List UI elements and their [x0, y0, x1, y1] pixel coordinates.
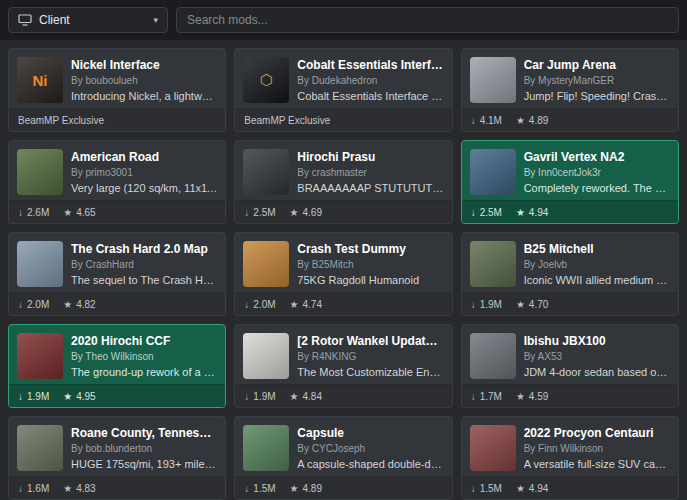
- mod-card-rk-engines[interactable]: [2 Rotor Wankel Update!] RK's Highly Cu……: [234, 324, 452, 408]
- mod-author: By Dudekahedron: [297, 75, 443, 86]
- mod-description: The Most Customizable Engines on the…: [297, 366, 443, 378]
- mod-card-american-road[interactable]: American Road By primo3001 Very large (1…: [8, 140, 226, 224]
- mod-author: By MysteryManGER: [524, 75, 670, 86]
- downloads-count: 2.5M: [480, 207, 502, 218]
- star-icon: ★: [516, 483, 525, 494]
- mod-title: Hirochi Prasu: [297, 150, 443, 164]
- card-footer: ↓4.1M ★4.89: [462, 108, 678, 131]
- search-input[interactable]: [176, 7, 679, 33]
- mod-thumbnail: [17, 333, 63, 379]
- rating-stat: ★4.95: [63, 391, 95, 402]
- mod-card-crash-test-dummy[interactable]: Crash Test Dummy By B25Mitch 75KG Ragdol…: [234, 232, 452, 316]
- mod-title: Nickel Interface: [71, 58, 217, 72]
- mod-title: Gavril Vertex NA2: [524, 150, 670, 164]
- downloads-count: 1.9M: [27, 391, 49, 402]
- downloads-stat: ↓2.0M: [18, 299, 49, 310]
- mod-card-car-jump-arena[interactable]: Car Jump Arena By MysteryManGER Jump! Fl…: [461, 48, 679, 132]
- mod-title: Ibishu JBX100: [524, 334, 670, 348]
- mod-author: By AX53: [524, 351, 670, 362]
- downloads-count: 2.5M: [253, 207, 275, 218]
- card-footer: ↓1.5M ★4.89: [235, 476, 451, 499]
- downloads-count: 2.6M: [27, 207, 49, 218]
- downloads-stat: ↓1.7M: [471, 391, 502, 402]
- mod-title: Cobalt Essentials Interface: [297, 58, 443, 72]
- mod-card-gavril-vertex[interactable]: Gavril Vertex NA2 By Inn0centJok3r Compl…: [461, 140, 679, 224]
- mod-description: BRAAAAAAAP STUTUTUTUTUTU: [297, 182, 443, 194]
- mod-description: The ground-up rework of a small roadste…: [71, 366, 217, 378]
- mod-title: 2020 Hirochi CCF: [71, 334, 217, 348]
- mod-description: Iconic WWII allied medium bomber: [524, 274, 670, 286]
- card-info: Hirochi Prasu By crashmaster BRAAAAAAAP …: [297, 149, 443, 192]
- rating-value: 4.95: [76, 391, 95, 402]
- mod-author: By Finn Wilkinson: [524, 443, 670, 454]
- card-footer: BeamMP Exclusive ↓ ★: [9, 108, 225, 131]
- rating-stat: ★4.65: [63, 207, 95, 218]
- mod-title: Crash Test Dummy: [297, 242, 443, 256]
- card-main: Capsule By CYCJoseph A capsule-shaped do…: [235, 417, 451, 476]
- rating-value: 4.89: [303, 483, 322, 494]
- mod-card-nickel-interface[interactable]: Ni Nickel Interface By bouboulueh Introd…: [8, 48, 226, 132]
- download-icon: ↓: [18, 391, 23, 402]
- card-main: 2020 Hirochi CCF By Theo Wilkinson The g…: [9, 325, 225, 384]
- mod-description: A capsule-shaped double-decker (and…: [297, 458, 443, 470]
- card-info: Ibishu JBX100 By AX53 JDM 4-door sedan b…: [524, 333, 670, 376]
- star-icon: ★: [290, 391, 299, 402]
- downloads-stat: ↓2.0M: [244, 299, 275, 310]
- card-info: Nickel Interface By bouboulueh Introduci…: [71, 57, 217, 100]
- downloads-count: 1.5M: [480, 483, 502, 494]
- mod-card-b25-mitchell[interactable]: B25 Mitchell By Joelvb Iconic WWII allie…: [461, 232, 679, 316]
- rating-stat: ★4.89: [516, 115, 548, 126]
- mod-description: Jump! Flip! Speeding! Crashing cars!: [524, 90, 670, 102]
- mod-card-crash-hard-map[interactable]: The Crash Hard 2.0 Map By CrashHard The …: [8, 232, 226, 316]
- mod-card-cobalt-essentials[interactable]: ⬡ Cobalt Essentials Interface By Dudekah…: [234, 48, 452, 132]
- mod-card-procyon-centauri[interactable]: 2022 Procyon Centauri By Finn Wilkinson …: [461, 416, 679, 500]
- mod-description: Very large (120 sq/km, 11x11 km) map,…: [71, 182, 217, 194]
- mod-description: 75KG Ragdoll Humanoid: [297, 274, 443, 286]
- card-main: The Crash Hard 2.0 Map By CrashHard The …: [9, 233, 225, 292]
- card-footer: ↓2.0M ★4.82: [9, 292, 225, 315]
- card-main: B25 Mitchell By Joelvb Iconic WWII allie…: [462, 233, 678, 292]
- filter-dropdown[interactable]: Client ▾: [8, 7, 168, 33]
- mod-description: JDM 4-door sedan based on 200BX, Toyo…: [524, 366, 670, 378]
- downloads-stat: ↓1.9M: [244, 391, 275, 402]
- card-info: Cobalt Essentials Interface By Dudekahed…: [297, 57, 443, 100]
- rating-value: 4.65: [76, 207, 95, 218]
- downloads-stat: ↓2.5M: [471, 207, 502, 218]
- download-icon: ↓: [244, 299, 249, 310]
- downloads-stat: ↓1.9M: [18, 391, 49, 402]
- card-main: Ni Nickel Interface By bouboulueh Introd…: [9, 49, 225, 108]
- card-info: B25 Mitchell By Joelvb Iconic WWII allie…: [524, 241, 670, 284]
- rating-stat: ★4.94: [516, 483, 548, 494]
- card-footer: ↓1.7M ★4.59: [462, 384, 678, 407]
- mod-card-hirochi-ccf[interactable]: 2020 Hirochi CCF By Theo Wilkinson The g…: [8, 324, 226, 408]
- card-info: Car Jump Arena By MysteryManGER Jump! Fl…: [524, 57, 670, 100]
- card-footer: ↓2.6M ★4.65: [9, 200, 225, 223]
- exclusive-badge: BeamMP Exclusive: [18, 115, 104, 126]
- mod-description: HUGE 175sq/mi, 193+ miles of roadway,…: [71, 458, 217, 470]
- mod-author: By crashmaster: [297, 167, 443, 178]
- star-icon: ★: [63, 391, 72, 402]
- download-icon: ↓: [18, 299, 23, 310]
- star-icon: ★: [516, 115, 525, 126]
- mod-description: The sequel to The Crash Hard Map: [71, 274, 217, 286]
- mod-grid: Ni Nickel Interface By bouboulueh Introd…: [0, 40, 687, 500]
- downloads-stat: ↓1.6M: [18, 483, 49, 494]
- mod-author: By Theo Wilkinson: [71, 351, 217, 362]
- mod-card-roane-county[interactable]: Roane County, Tennessee, USA By bob.blun…: [8, 416, 226, 500]
- rating-value: 4.82: [76, 299, 95, 310]
- mod-card-capsule[interactable]: Capsule By CYCJoseph A capsule-shaped do…: [234, 416, 452, 500]
- star-icon: ★: [290, 483, 299, 494]
- downloads-count: 1.7M: [480, 391, 502, 402]
- mod-thumbnail: [470, 149, 516, 195]
- mod-title: Roane County, Tennessee, USA: [71, 426, 217, 440]
- download-icon: ↓: [471, 483, 476, 494]
- mod-title: B25 Mitchell: [524, 242, 670, 256]
- mod-title: Car Jump Arena: [524, 58, 670, 72]
- card-main: 2022 Procyon Centauri By Finn Wilkinson …: [462, 417, 678, 476]
- card-main: Hirochi Prasu By crashmaster BRAAAAAAAP …: [235, 141, 451, 200]
- card-footer: ↓2.5M ★4.69: [235, 200, 451, 223]
- mod-card-ibishu-jbx100[interactable]: Ibishu JBX100 By AX53 JDM 4-door sedan b…: [461, 324, 679, 408]
- mod-card-hirochi-prasu[interactable]: Hirochi Prasu By crashmaster BRAAAAAAAP …: [234, 140, 452, 224]
- card-footer: ↓1.6M ★4.83: [9, 476, 225, 499]
- mod-thumbnail: [470, 241, 516, 287]
